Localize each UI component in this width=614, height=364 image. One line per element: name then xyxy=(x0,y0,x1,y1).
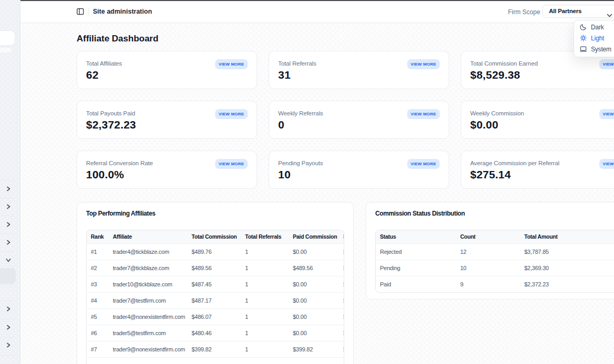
chevron-down-icon xyxy=(607,10,612,19)
theme-option-label: Dark xyxy=(591,24,604,31)
stat-card-total-referrals: Total Referrals 31 VIEW MORE xyxy=(269,51,449,89)
column-header: Affiliate xyxy=(109,230,187,243)
table-container: Rank Affiliate Total Commission Total Re… xyxy=(86,230,344,364)
theme-option-label: System xyxy=(591,46,611,53)
view-more-button[interactable]: VIEW MORE xyxy=(215,59,248,69)
sidebar-toggle-button[interactable] xyxy=(77,8,84,15)
table-row: Paid 9 $2,372.23 xyxy=(376,276,614,292)
table-row: #2 trader7@tickblaze.com $489.56 1 $489.… xyxy=(87,260,344,276)
table-row: #6 trader5@testfirm.com $480.46 1 $0.00 … xyxy=(87,325,344,341)
sun-icon xyxy=(580,35,587,41)
section-title: Top Performing Affiliates xyxy=(86,209,344,218)
panel-left-icon xyxy=(77,8,84,15)
sidebar-item[interactable] xyxy=(5,324,12,330)
theme-option-dark[interactable]: Dark xyxy=(574,22,614,33)
column-header: Rank xyxy=(87,230,109,243)
stat-label: Average Commission per Referral xyxy=(470,159,614,167)
top-affiliates-table: Rank Affiliate Total Commission Total Re… xyxy=(87,230,344,364)
chevron-right-icon xyxy=(5,324,12,330)
table-header-row: Status Count Total Amount xyxy=(376,230,614,243)
sidebar-divider xyxy=(0,180,14,180)
breadcrumb-title: Site administration xyxy=(93,8,152,15)
stat-label: Total Commission Earned xyxy=(470,59,614,68)
sidebar-divider xyxy=(0,216,14,216)
sidebar-item[interactable] xyxy=(5,204,12,210)
table-container: Status Count Total Amount Rejected 12 $3… xyxy=(375,230,614,293)
sidebar-divider xyxy=(0,301,14,301)
table-row: #7 trader9@nonexistentfirm.com $399.82 1… xyxy=(87,341,344,357)
sidebar-item[interactable] xyxy=(5,221,12,228)
column-header-clipped: P xyxy=(340,230,344,243)
sidebar-item[interactable] xyxy=(5,186,12,192)
chevron-right-icon xyxy=(5,186,12,192)
sidebar-top-subitem xyxy=(0,48,12,52)
sidebar-divider xyxy=(0,355,14,356)
sidebar-item-active[interactable] xyxy=(0,268,16,284)
sidebar-divider xyxy=(0,233,14,234)
chevron-right-icon xyxy=(5,342,12,348)
chevron-down-icon xyxy=(5,257,12,263)
sidebar-divider xyxy=(0,198,14,198)
commission-status-card: Commission Status Distribution Status Co… xyxy=(366,202,614,299)
view-more-button[interactable]: VIEW MORE xyxy=(407,159,440,169)
stat-card-pending-payouts: Pending Payouts 10 VIEW MORE xyxy=(269,151,449,189)
theme-menu: Dark Light System xyxy=(574,20,614,57)
stat-value: 31 xyxy=(278,69,440,81)
view-more-button[interactable]: VIEW MORE xyxy=(407,109,440,119)
stat-value: 0 xyxy=(278,119,440,131)
chevron-right-icon xyxy=(5,239,12,245)
stat-value: 10 xyxy=(278,168,440,181)
stat-card-total-affiliates: Total Affiliates 62 VIEW MORE xyxy=(77,51,257,89)
column-header: Paid Commission xyxy=(289,230,340,243)
main-content: Affiliate Dashboard Total Affiliates 62 … xyxy=(20,23,614,364)
theme-option-light[interactable]: Light xyxy=(574,33,614,44)
stat-value: $8,529.38 xyxy=(470,69,614,81)
firm-scope-label: Firm Scope xyxy=(508,8,540,16)
column-header: Count xyxy=(456,230,520,243)
chevron-right-icon xyxy=(5,204,12,210)
firm-scope-select[interactable]: All Partners xyxy=(542,5,614,18)
sidebar-item[interactable] xyxy=(5,239,12,245)
sidebar-item[interactable] xyxy=(5,342,12,348)
stat-value: $2,372.23 xyxy=(86,119,248,131)
topbar: Site administration Firm Scope All Partn… xyxy=(20,0,614,23)
stat-value: $0.00 xyxy=(470,119,614,131)
theme-option-system[interactable]: System xyxy=(574,44,614,55)
column-header: Total Commission xyxy=(187,230,241,243)
stat-card-total-payouts-paid: Total Payouts Paid $2,372.23 VIEW MORE xyxy=(77,101,257,139)
theme-option-label: Light xyxy=(591,35,604,42)
chevron-right-icon xyxy=(5,306,12,312)
sidebar xyxy=(0,0,20,364)
stat-label: Weekly Commission xyxy=(470,109,614,117)
topbar-divider xyxy=(88,7,89,16)
firm-scope-value: All Partners xyxy=(549,8,581,14)
stat-card-referral-conversion-rate: Referral Conversion Rate 100.0% VIEW MOR… xyxy=(77,151,257,189)
table-row: #4 trader7@testfirm.com $487.17 1 $0.00 … xyxy=(87,292,344,308)
topbar-accent-line xyxy=(20,0,614,1)
stat-value: 100.0% xyxy=(86,168,248,181)
column-header: Status xyxy=(376,230,456,243)
table-header-row: Rank Affiliate Total Commission Total Re… xyxy=(87,230,344,243)
stat-value: $275.14 xyxy=(470,168,614,181)
sidebar-item-expanded[interactable] xyxy=(5,257,12,263)
stats-grid: Total Affiliates 62 VIEW MORE Total Refe… xyxy=(77,51,614,189)
sidebar-item[interactable] xyxy=(5,306,12,312)
table-row xyxy=(87,357,344,364)
table-row: Pending 10 $2,369.30 xyxy=(376,260,614,276)
section-title: Commission Status Distribution xyxy=(375,209,614,218)
column-header: Total Amount xyxy=(520,230,614,243)
view-more-button[interactable]: VIEW MORE xyxy=(599,159,614,169)
moon-icon xyxy=(580,24,587,30)
view-more-button[interactable]: VIEW MORE xyxy=(215,109,248,119)
sidebar-divider xyxy=(0,319,14,319)
commission-status-table: Status Count Total Amount Rejected 12 $3… xyxy=(376,230,614,292)
sidebar-divider xyxy=(0,337,14,338)
page-title: Affiliate Dashboard xyxy=(77,34,614,44)
view-more-button[interactable]: VIEW MORE xyxy=(599,109,614,119)
view-more-button[interactable]: VIEW MORE xyxy=(407,59,440,69)
sidebar-top-card[interactable] xyxy=(0,30,15,46)
stat-value: 62 xyxy=(86,69,248,81)
table-row: #1 trader4@tickblaze.com $489.76 1 $0.00… xyxy=(87,243,344,260)
view-more-button[interactable]: VIEW MORE xyxy=(215,159,248,169)
view-more-button[interactable]: VIEW MORE xyxy=(599,59,614,69)
